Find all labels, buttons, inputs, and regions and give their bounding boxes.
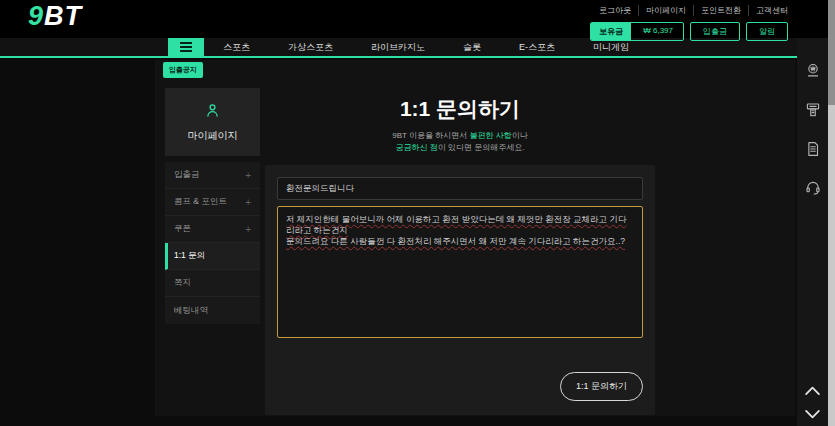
top-header: 9BT 로그아웃 마이페이지 포인트전환 고객센터 보유금 ₩ 6,397 입출… <box>0 0 828 38</box>
inquiry-submit-button[interactable]: 1:1 문의하기 <box>560 372 643 401</box>
page-subtitle: 9BT 이용을 하시면서 불편한 사항이나 궁금하신 점이 있다면 문의해주세요… <box>265 130 655 154</box>
header-buttons: 보유금 ₩ 6,397 입출금 알림 <box>590 22 788 41</box>
logout-link[interactable]: 로그아웃 <box>592 5 639 16</box>
point-convert-link[interactable]: 포인트전환 <box>694 5 749 16</box>
expand-plus-icon: + <box>245 197 251 208</box>
sidebar-item-comp-points[interactable]: 콤프 & 포인트 + <box>165 189 260 216</box>
quick-action-rail <box>797 38 828 426</box>
sidebar-item-betting-history[interactable]: 베팅내역 <box>165 297 260 324</box>
balance-label: 보유금 <box>591 23 631 40</box>
header-links: 로그아웃 마이페이지 포인트전환 고객센터 <box>590 5 788 16</box>
logo-rest: BT <box>44 1 82 31</box>
nav-virtual-sports[interactable]: 가상스포츠 <box>269 41 352 54</box>
deposit-withdraw-button[interactable]: 입출금 <box>690 22 740 41</box>
scrollbar-thumb[interactable] <box>828 0 835 105</box>
nav-slots[interactable]: 슬롯 <box>444 41 500 54</box>
subtitle-line1: 9BT 이용을 하시면서 불편한 사항이나 <box>265 130 655 142</box>
nav-esports[interactable]: E-스포츠 <box>500 41 574 54</box>
message-line: 문의드려요 다른 사람들껀 다 환전처리 해주시면서 왜 저만 계속 기다리라고… <box>286 236 634 247</box>
mypage-sidebar: 마이페이지 입출금 + 콤프 & 포인트 + 쿠폰 + 1:1 문의 쪽지 베팅… <box>165 88 260 324</box>
balance-widget[interactable]: 보유금 ₩ 6,397 <box>590 22 684 41</box>
won-coin-deposit-icon[interactable] <box>804 62 822 80</box>
sidebar-item-messages[interactable]: 쪽지 <box>165 270 260 297</box>
message-textarea[interactable]: 저 제지인한테 물어보니까 어제 이용하고 환전 받았다는데 왜 제껏만 환전장… <box>277 206 643 338</box>
alarm-button[interactable]: 알림 <box>746 22 788 41</box>
page-title: 1:1 문의하기 <box>265 95 655 123</box>
expand-plus-icon: + <box>245 224 251 235</box>
sidebar-menu: 입출금 + 콤프 & 포인트 + 쿠폰 + 1:1 문의 쪽지 베팅내역 <box>165 162 260 324</box>
document-list-icon[interactable] <box>804 140 822 158</box>
logo-accent: 9 <box>28 1 44 31</box>
expand-plus-icon: + <box>245 170 251 181</box>
nav-live-casino[interactable]: 라이브카지노 <box>352 41 444 54</box>
site-logo[interactable]: 9BT <box>28 1 82 32</box>
inquiry-form-panel: 저 제지인한테 물어보니까 어제 이용하고 환전 받았다는데 왜 제껏만 환전장… <box>265 165 655 415</box>
nav-minigame[interactable]: 미니게임 <box>574 41 648 54</box>
headset-support-icon[interactable] <box>804 179 822 197</box>
main-nav: 스포츠 가상스포츠 라이브카지노 슬롯 E-스포츠 미니게임 <box>0 38 797 58</box>
mypage-link[interactable]: 마이페이지 <box>639 5 694 16</box>
subtitle-line2: 궁금하신 점이 있다면 문의해주세요. <box>265 142 655 154</box>
subject-input[interactable] <box>277 177 643 200</box>
inquiry-main: 1:1 문의하기 9BT 이용을 하시면서 불편한 사항이나 궁금하신 점이 있… <box>265 95 655 415</box>
sidebar-item-inquiry[interactable]: 1:1 문의 <box>165 243 260 270</box>
sidebar-mypage-header[interactable]: 마이페이지 <box>165 88 260 156</box>
person-icon <box>203 101 222 124</box>
scroll-to-top-button[interactable] <box>804 385 821 396</box>
message-line: 저 제지인한테 물어보니까 어제 이용하고 환전 받았다는데 왜 제껏만 환전장… <box>286 214 634 236</box>
scroll-to-bottom-button[interactable] <box>804 409 821 420</box>
page-scrollbar[interactable] <box>828 0 835 426</box>
sidebar-item-deposit[interactable]: 입출금 + <box>165 162 260 189</box>
balance-amount: ₩ 6,397 <box>631 23 683 40</box>
sidebar-item-coupon[interactable]: 쿠폰 + <box>165 216 260 243</box>
hamburger-icon <box>180 42 192 44</box>
customer-center-link[interactable]: 고객센터 <box>749 5 788 16</box>
atm-withdrawal-icon[interactable] <box>804 101 822 119</box>
deposit-notice-badge[interactable]: 입출공지 <box>163 62 203 78</box>
sidebar-title: 마이페이지 <box>188 129 238 143</box>
hamburger-menu-button[interactable] <box>168 37 204 57</box>
nav-sports[interactable]: 스포츠 <box>204 41 269 54</box>
